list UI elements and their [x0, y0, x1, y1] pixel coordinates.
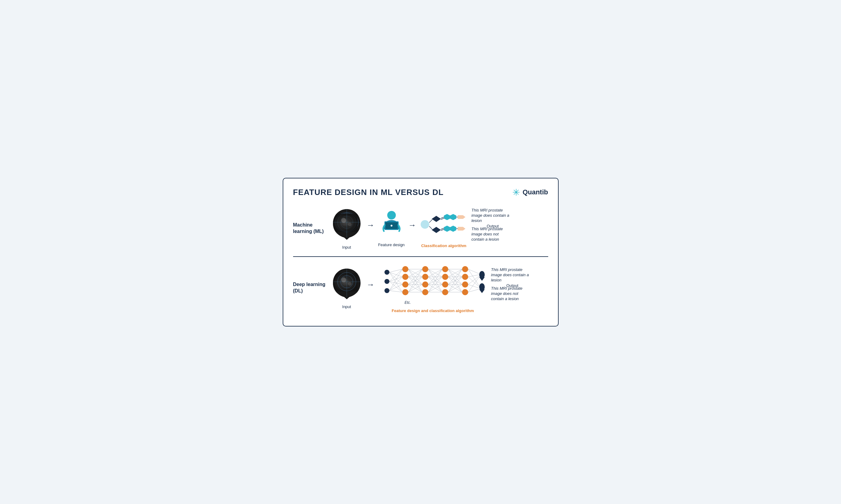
ml-output-text-1: This MRI prostate image does contain a l…	[471, 208, 512, 223]
ml-section: Machine learning (ML)	[293, 204, 548, 255]
dl-etc-label: Etc.	[405, 301, 411, 305]
svg-line-69	[389, 269, 402, 291]
section-divider	[293, 256, 548, 257]
dl-input-label: Input	[342, 304, 351, 309]
dl-nn-item: Etc. Feature design and classification a…	[378, 263, 488, 313]
svg-point-39	[384, 279, 389, 284]
svg-point-44	[402, 289, 408, 295]
svg-line-124	[468, 277, 479, 292]
svg-point-55	[462, 282, 468, 288]
svg-marker-29	[458, 227, 465, 231]
main-card: FEATURE DESIGN IN ML VERSUS DL ✳ Quantib…	[283, 178, 559, 326]
svg-line-72	[389, 291, 402, 292]
dl-output-item: Output	[506, 282, 518, 288]
svg-point-53	[462, 266, 468, 272]
dl-output-row-2: This MRI prostate image does not contain…	[491, 286, 531, 302]
ml-output-row-2: This MRI prostate image does not contain…	[471, 227, 512, 242]
logo-text: Quantib	[522, 188, 548, 196]
svg-point-36	[341, 277, 346, 282]
svg-point-56	[462, 289, 468, 295]
quantib-logo-icon: ✳	[512, 187, 520, 198]
dl-output-text-1: This MRI prostate image does contain a l…	[491, 267, 531, 283]
page-title: FEATURE DESIGN IN ML VERSUS DL	[293, 187, 444, 197]
ml-output-text-2: This MRI prostate image does not contain…	[471, 227, 512, 242]
ml-classif-label: Classification algorithm	[421, 244, 466, 248]
svg-line-62	[389, 272, 402, 277]
ml-output-row-1: This MRI prostate image does contain a l…	[471, 208, 512, 223]
svg-line-63	[389, 272, 402, 285]
ml-classif-diagram	[419, 209, 468, 240]
svg-marker-20	[450, 214, 456, 220]
svg-marker-27	[458, 215, 465, 219]
svg-line-66	[389, 277, 402, 282]
svg-line-121	[468, 269, 479, 274]
svg-line-18	[429, 226, 432, 229]
logo: ✳ Quantib	[512, 187, 548, 198]
ml-output-item: Output	[487, 222, 499, 228]
ml-input-label: Input	[342, 245, 351, 250]
svg-point-51	[442, 282, 448, 288]
svg-point-41	[402, 266, 408, 272]
svg-line-125	[468, 269, 479, 286]
ml-input-item: Input	[330, 208, 364, 250]
dl-mri-image	[330, 267, 364, 301]
ml-flow: Input →	[330, 208, 548, 250]
svg-line-21	[441, 217, 444, 218]
svg-point-37	[348, 282, 352, 286]
dl-flow: Input →	[330, 263, 548, 313]
dl-nn-diagram: Etc.	[378, 263, 488, 300]
svg-point-48	[422, 289, 428, 295]
ml-arrow-2: →	[408, 220, 416, 230]
svg-point-8	[387, 211, 396, 219]
svg-point-14	[420, 220, 429, 229]
ml-person-icon	[378, 210, 405, 239]
svg-line-25	[441, 228, 444, 229]
svg-point-7	[348, 222, 352, 226]
dl-output-row-1: This MRI prostate image does contain a l…	[491, 267, 531, 283]
svg-point-40	[384, 288, 389, 293]
svg-point-13	[391, 225, 392, 227]
svg-line-70	[389, 277, 402, 291]
svg-line-126	[468, 277, 479, 287]
svg-point-50	[442, 274, 448, 280]
svg-line-127	[468, 285, 479, 288]
svg-point-46	[422, 274, 428, 280]
svg-point-38	[384, 270, 389, 275]
svg-line-128	[468, 289, 479, 292]
svg-line-122	[468, 275, 479, 277]
svg-marker-58	[479, 277, 485, 281]
svg-line-22	[441, 218, 444, 219]
svg-marker-15	[432, 216, 441, 222]
ml-label: Machine learning (ML)	[293, 222, 330, 235]
dl-output-text-2: This MRI prostate image does not contain…	[491, 286, 531, 302]
ml-feature-item: Feature design	[378, 210, 405, 247]
svg-point-6	[341, 218, 346, 223]
svg-marker-19	[444, 214, 450, 220]
dl-label: Deep learning (DL)	[293, 282, 330, 294]
ml-output-label: Output	[487, 224, 499, 228]
svg-line-123	[468, 276, 479, 285]
svg-point-45	[422, 266, 428, 272]
dl-input-item: Input	[330, 267, 364, 309]
dl-section: Deep learning (DL)	[293, 258, 548, 319]
ml-arrow-1: →	[367, 220, 375, 230]
svg-marker-24	[450, 226, 456, 232]
dl-feature-label: Feature design and classification algori…	[392, 308, 474, 313]
svg-line-26	[441, 229, 444, 231]
svg-point-49	[442, 266, 448, 272]
svg-point-52	[442, 289, 448, 295]
svg-rect-3	[333, 214, 358, 232]
svg-point-42	[402, 274, 408, 280]
ml-feature-label: Feature design	[378, 242, 405, 247]
header: FEATURE DESIGN IN ML VERSUS DL ✳ Quantib	[293, 187, 548, 198]
svg-line-61	[389, 269, 402, 272]
svg-marker-16	[432, 227, 441, 233]
svg-marker-23	[444, 226, 450, 232]
svg-line-17	[429, 219, 432, 222]
svg-point-43	[402, 282, 408, 288]
dl-output-label: Output	[506, 283, 518, 288]
dl-nn-svg	[378, 263, 488, 300]
svg-point-47	[422, 282, 428, 288]
ml-classif-item: Classification algorithm	[419, 209, 468, 248]
ml-mri-image	[330, 208, 364, 241]
